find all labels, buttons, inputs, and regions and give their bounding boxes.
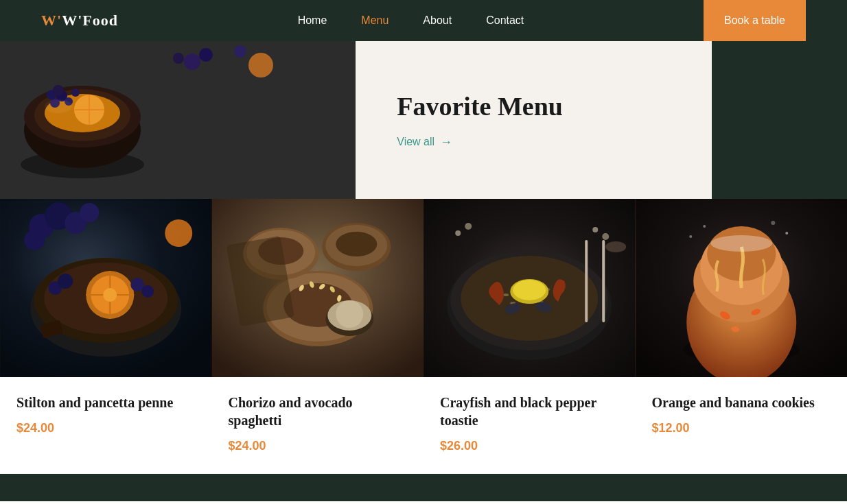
food-image-crayfish bbox=[424, 199, 636, 377]
svg-point-24 bbox=[80, 203, 99, 222]
svg-point-23 bbox=[24, 230, 45, 250]
menu-card-1: Stilton and pancetta penne $24.00 bbox=[0, 199, 212, 474]
arrow-right-icon: → bbox=[440, 135, 452, 149]
card-price-1: $24.00 bbox=[16, 421, 196, 435]
hero-right-panel bbox=[712, 41, 847, 199]
nav-item-home[interactable]: Home bbox=[298, 14, 327, 27]
svg-point-68 bbox=[513, 280, 546, 300]
main-nav: Home Menu About Contact bbox=[298, 14, 524, 27]
card-image-2 bbox=[212, 199, 424, 377]
nav-link-menu[interactable]: Menu bbox=[361, 14, 388, 26]
nav-item-menu[interactable]: Menu bbox=[361, 14, 388, 27]
svg-point-91 bbox=[689, 235, 692, 238]
nav-link-contact[interactable]: Contact bbox=[486, 14, 524, 26]
hero-food-illustration bbox=[0, 41, 288, 199]
svg-point-88 bbox=[703, 225, 706, 228]
nav-link-home[interactable]: Home bbox=[298, 14, 327, 26]
svg-point-36 bbox=[165, 219, 192, 247]
svg-point-15 bbox=[199, 48, 213, 62]
svg-point-55 bbox=[336, 300, 363, 328]
hero-section: Favorite Menu View all → bbox=[0, 41, 847, 199]
card-body-1: Stilton and pancetta penne $24.00 bbox=[0, 377, 212, 456]
card-image-3 bbox=[424, 199, 636, 377]
nav-item-about[interactable]: About bbox=[423, 14, 452, 27]
hero-content-panel: Favorite Menu View all → bbox=[356, 41, 711, 199]
svg-rect-72 bbox=[602, 240, 605, 322]
card-image-4 bbox=[636, 199, 848, 377]
svg-point-77 bbox=[605, 241, 626, 252]
food-image-cookies bbox=[636, 199, 848, 377]
nav-item-contact[interactable]: Contact bbox=[486, 14, 524, 27]
svg-point-75 bbox=[592, 227, 598, 232]
svg-point-12 bbox=[71, 88, 80, 97]
svg-point-18 bbox=[248, 53, 273, 77]
view-all-text: View all bbox=[397, 136, 434, 148]
svg-point-11 bbox=[53, 85, 64, 96]
logo: W'W'Food bbox=[41, 12, 118, 29]
card-body-3: Crayfish and black pepper toastie $26.00 bbox=[424, 377, 636, 474]
svg-point-17 bbox=[234, 45, 246, 58]
svg-point-13 bbox=[45, 99, 72, 113]
menu-card-2: Chorizo and avocado spaghetti $24.00 bbox=[212, 199, 424, 474]
svg-point-74 bbox=[465, 223, 472, 230]
card-price-3: $26.00 bbox=[440, 439, 619, 453]
svg-point-61 bbox=[503, 293, 509, 296]
card-title-1: Stilton and pancetta penne bbox=[16, 394, 196, 411]
svg-point-90 bbox=[785, 232, 788, 235]
food-image-stilton bbox=[0, 199, 212, 377]
navbar: W'W'Food Home Menu About Contact Book a … bbox=[0, 0, 847, 41]
svg-point-32 bbox=[58, 274, 73, 289]
bottom-bar bbox=[0, 474, 847, 501]
svg-point-73 bbox=[455, 230, 461, 236]
logo-highlight: W' bbox=[41, 12, 62, 29]
hero-left-panel bbox=[0, 41, 356, 199]
svg-point-30 bbox=[103, 288, 117, 302]
svg-point-76 bbox=[602, 233, 609, 240]
section-title: Favorite Menu bbox=[397, 91, 670, 121]
card-title-4: Orange and banana cookies bbox=[652, 394, 831, 411]
card-title-2: Chorizo and avocado spaghetti bbox=[229, 394, 408, 429]
menu-card-4: Orange and banana cookies $12.00 bbox=[636, 199, 848, 474]
card-image-1 bbox=[0, 199, 212, 377]
card-price-2: $24.00 bbox=[229, 439, 408, 453]
logo-text: W'Food bbox=[62, 12, 118, 29]
svg-point-87 bbox=[710, 235, 772, 252]
card-title-3: Crayfish and black pepper toastie bbox=[440, 394, 619, 429]
book-table-button[interactable]: Book a table bbox=[704, 0, 806, 41]
food-image-chorizo bbox=[212, 199, 424, 377]
nav-link-about[interactable]: About bbox=[423, 14, 452, 26]
svg-point-34 bbox=[141, 285, 154, 298]
svg-point-14 bbox=[184, 53, 200, 70]
menu-cards-section: Stilton and pancetta penne $24.00 bbox=[0, 199, 847, 474]
menu-card-3: Crayfish and black pepper toastie $26.00 bbox=[424, 199, 636, 474]
card-body-4: Orange and banana cookies $12.00 bbox=[636, 377, 848, 456]
card-body-2: Chorizo and avocado spaghetti $24.00 bbox=[212, 377, 424, 474]
svg-point-16 bbox=[173, 53, 184, 64]
svg-point-52 bbox=[336, 232, 377, 256]
svg-point-89 bbox=[771, 221, 775, 225]
view-all-link[interactable]: View all → bbox=[397, 135, 670, 149]
card-price-4: $12.00 bbox=[652, 421, 831, 435]
svg-rect-71 bbox=[585, 240, 588, 322]
